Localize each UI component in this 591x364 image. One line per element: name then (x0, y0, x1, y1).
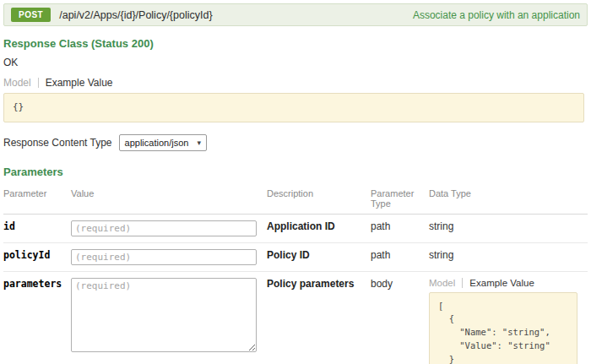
dropdown-arrow-icon: ▾ (197, 139, 201, 147)
table-row: policyId Policy ID path string (3, 242, 588, 271)
param-type: body (371, 271, 429, 364)
response-status-text: OK (3, 57, 588, 68)
param-policyid-input[interactable] (71, 249, 257, 265)
parameters-table: Parameter Value Description Parameter Ty… (3, 183, 588, 364)
operation-header[interactable]: POST /api/v2/Apps/{id}/Policy/{policyId}… (3, 3, 588, 26)
response-tabs: Model Example Value (3, 77, 588, 89)
response-content-type-label: Response Content Type (3, 137, 112, 149)
param-description: Application ID (267, 214, 371, 242)
endpoint-path[interactable]: /api/v2/Apps/{id}/Policy/{policyId} (59, 9, 212, 21)
table-header-row: Parameter Value Description Parameter Ty… (3, 183, 588, 215)
param-name: parameters (3, 271, 71, 364)
table-row: parameters Parameter content type: appli… (3, 271, 588, 364)
param-data-type: string (429, 242, 588, 271)
col-value: Value (71, 183, 267, 215)
param-name: policyId (3, 242, 71, 271)
col-description: Description (267, 183, 371, 215)
param-name: id (3, 214, 71, 242)
model-tab[interactable]: Model (3, 77, 31, 89)
param-data-type-tabs: Model Example Value (429, 278, 579, 288)
param-description: Policy parameters (267, 271, 371, 364)
selected-content-type: application/json (125, 138, 189, 148)
param-id-input[interactable] (71, 220, 257, 236)
response-content-type-select[interactable]: application/json ▾ (119, 134, 207, 151)
col-data-type: Data Type (429, 183, 588, 215)
example-value-tab[interactable]: Example Value (46, 77, 113, 89)
col-parameter-type: Parameter Type (371, 183, 429, 215)
example-value-tab[interactable]: Example Value (469, 278, 534, 288)
col-parameter: Parameter (3, 183, 71, 215)
endpoint-summary-link[interactable]: Associate a policy with an application (413, 9, 580, 21)
param-data-type: string (429, 214, 588, 242)
param-type: path (371, 242, 429, 271)
param-body-textarea[interactable] (71, 278, 257, 352)
tab-divider (38, 78, 39, 88)
model-tab[interactable]: Model (429, 278, 455, 288)
param-type: path (371, 214, 429, 242)
param-example-code[interactable]: [ { "Name": "string", "Value": "string" … (429, 292, 577, 364)
response-class-title: Response Class (Status 200) (3, 37, 588, 50)
param-description: Policy ID (267, 242, 371, 271)
response-example-code: {} (3, 93, 584, 122)
table-row: id Application ID path string (3, 214, 588, 242)
method-badge[interactable]: POST (11, 8, 51, 22)
parameters-title: Parameters (3, 166, 588, 178)
tab-divider (462, 278, 463, 288)
